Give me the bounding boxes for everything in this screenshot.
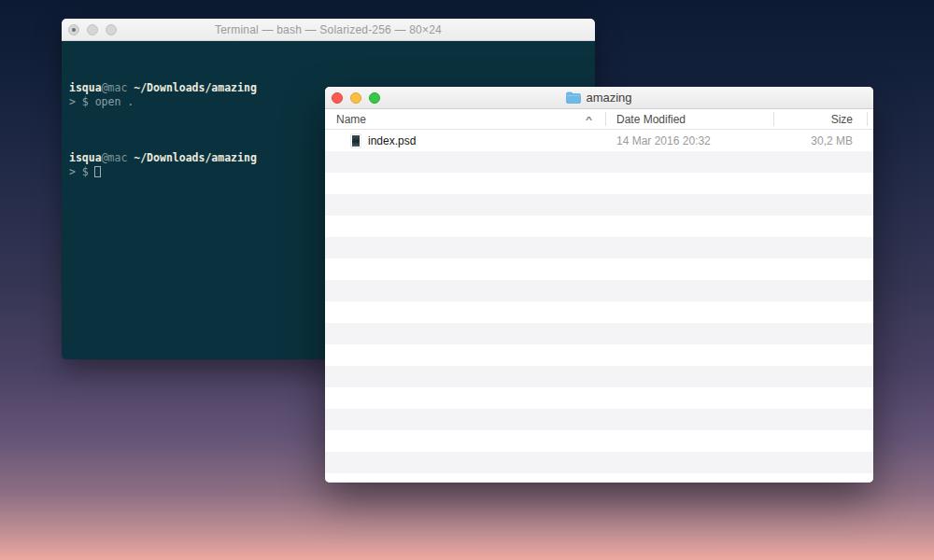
psd-file-icon bbox=[351, 134, 361, 147]
close-button-icon[interactable] bbox=[68, 24, 79, 35]
finder-column-headers: Name ^ Date Modified Size bbox=[325, 109, 873, 130]
terminal-command: > $ open . bbox=[69, 95, 134, 108]
zoom-button-icon[interactable] bbox=[369, 92, 380, 104]
finder-traffic-lights bbox=[332, 92, 380, 104]
column-header-date-label: Date Modified bbox=[616, 113, 686, 126]
file-name-cell: index.psd bbox=[325, 134, 605, 147]
terminal-host: @mac bbox=[102, 151, 128, 164]
terminal-prompt: > $ bbox=[69, 165, 89, 178]
zoom-button-icon[interactable] bbox=[106, 24, 117, 35]
terminal-user: isqua bbox=[69, 151, 102, 164]
desktop-background: Terminal — bash — Solarized-256 — 80×24 … bbox=[0, 0, 934, 560]
terminal-path-text: ~/Downloads/amazing bbox=[134, 151, 257, 164]
column-header-date-modified[interactable]: Date Modified bbox=[605, 109, 773, 129]
terminal-cursor bbox=[94, 166, 101, 177]
column-divider[interactable] bbox=[867, 112, 868, 126]
file-date-cell: 14 Mar 2016 20:32 bbox=[605, 134, 773, 147]
terminal-window-title: Terminal — bash — Solarized-256 — 80×24 bbox=[215, 23, 442, 36]
column-header-name[interactable]: Name ^ bbox=[325, 109, 605, 129]
column-header-size-label: Size bbox=[831, 113, 853, 126]
file-size-cell: 30,2 MB bbox=[773, 134, 867, 147]
terminal-user: isqua bbox=[69, 81, 102, 94]
terminal-titlebar[interactable]: Terminal — bash — Solarized-256 — 80×24 bbox=[62, 19, 595, 41]
column-header-size[interactable]: Size bbox=[773, 109, 867, 129]
terminal-path-text: ~/Downloads/amazing bbox=[134, 81, 257, 94]
sort-ascending-icon: ^ bbox=[586, 114, 592, 124]
column-divider[interactable] bbox=[605, 112, 606, 126]
table-row[interactable]: index.psd 14 Mar 2016 20:32 30,2 MB bbox=[325, 130, 873, 151]
finder-titlebar[interactable]: amazing bbox=[325, 87, 873, 109]
column-divider[interactable] bbox=[773, 112, 774, 126]
finder-title-text: amazing bbox=[586, 91, 631, 105]
terminal-host: @mac bbox=[102, 81, 128, 94]
folder-icon bbox=[566, 91, 581, 104]
finder-file-list[interactable]: index.psd 14 Mar 2016 20:32 30,2 MB bbox=[325, 130, 873, 483]
minimize-button-icon[interactable] bbox=[87, 24, 98, 35]
column-header-name-label: Name bbox=[336, 113, 366, 126]
close-button-icon[interactable] bbox=[332, 92, 343, 104]
file-name: index.psd bbox=[368, 134, 416, 147]
finder-window-title: amazing bbox=[566, 91, 631, 105]
finder-window[interactable]: amazing Name ^ Date Modified Size index bbox=[325, 87, 873, 483]
minimize-button-icon[interactable] bbox=[350, 92, 361, 104]
terminal-traffic-lights bbox=[68, 24, 117, 35]
unsaved-dot-icon bbox=[72, 28, 76, 32]
